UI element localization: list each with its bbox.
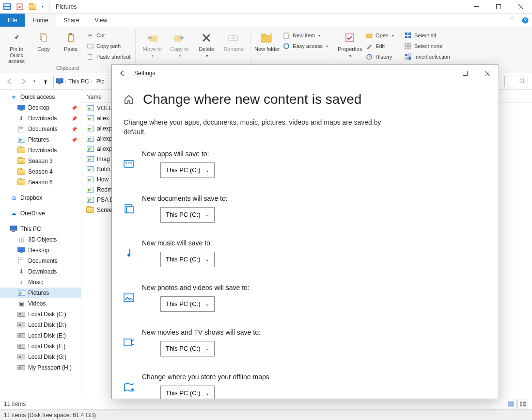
ribbon-collapse[interactable]: ˇ bbox=[505, 14, 518, 27]
sidebar-downloads[interactable]: ⬇Downloads📌 bbox=[0, 113, 81, 124]
image-icon bbox=[86, 125, 94, 132]
qat-dropdown[interactable]: ▾ bbox=[40, 2, 46, 12]
minimize-button[interactable] bbox=[465, 0, 487, 14]
select-none-button[interactable]: Select none bbox=[402, 41, 452, 51]
svg-rect-60 bbox=[520, 404, 522, 406]
sidebar-disk-d[interactable]: Local Disk (D:) bbox=[0, 320, 81, 330]
breadcrumb-pictures[interactable]: Pic bbox=[95, 78, 106, 85]
history-button[interactable]: History bbox=[363, 51, 396, 62]
sidebar-disk-g[interactable]: Local Disk (G:) bbox=[0, 352, 81, 362]
sidebar-pc-downloads[interactable]: ⬇Downloads bbox=[0, 266, 81, 277]
star-icon: ★ bbox=[10, 93, 17, 101]
back-button[interactable] bbox=[4, 76, 16, 87]
sidebar-season3[interactable]: Season 3 bbox=[0, 156, 81, 166]
sidebar-pc-music[interactable]: ♪Music bbox=[0, 277, 81, 288]
sidebar-pictures[interactable]: Pictures📌 bbox=[0, 134, 81, 145]
svg-rect-61 bbox=[523, 404, 526, 406]
invert-selection-button[interactable]: Invert selection bbox=[402, 51, 452, 62]
sidebar-pc-desktop[interactable]: Desktop bbox=[0, 245, 81, 256]
view-large-button[interactable] bbox=[517, 400, 528, 408]
movies-icon bbox=[124, 337, 134, 348]
copy-path-button[interactable]: Copy path bbox=[84, 41, 132, 51]
move-to-button[interactable]: Move to▾ bbox=[139, 29, 166, 58]
svg-rect-41 bbox=[56, 79, 63, 83]
up-button[interactable] bbox=[40, 76, 51, 87]
sidebar-season4[interactable]: Season 4 bbox=[0, 166, 81, 177]
svg-rect-29 bbox=[405, 32, 407, 35]
sidebar-downloads2[interactable]: Downloads bbox=[0, 145, 81, 156]
home-icon[interactable] bbox=[124, 94, 134, 105]
properties-button[interactable]: Properties▾ bbox=[336, 29, 363, 58]
select-all-button[interactable]: Select all bbox=[402, 30, 452, 41]
sidebar-passport[interactable]: My Passport (H:) bbox=[0, 362, 81, 373]
search-box[interactable] bbox=[507, 76, 528, 87]
apps-select[interactable]: This PC (C:)⌄ bbox=[160, 162, 215, 178]
sidebar-disk-f[interactable]: Local Disk (F:) bbox=[0, 341, 81, 352]
copy-icon bbox=[37, 31, 50, 45]
download-icon: ⬇ bbox=[17, 114, 25, 122]
settings-close-button[interactable] bbox=[476, 65, 499, 81]
view-details-button[interactable] bbox=[506, 400, 516, 408]
sidebar-season6[interactable]: Season 6 bbox=[0, 177, 81, 188]
sidebar-dropbox[interactable]: ⧉Dropbox bbox=[0, 193, 81, 203]
music-select[interactable]: This PC (C:)⌄ bbox=[160, 252, 215, 267]
sidebar-pc-videos[interactable]: ▣Videos bbox=[0, 298, 81, 309]
recent-locations-button[interactable]: ▾ bbox=[31, 76, 38, 87]
sidebar-quick-access[interactable]: ★Quick access bbox=[0, 92, 81, 102]
rename-button[interactable]: abRename bbox=[220, 29, 247, 52]
documents-select[interactable]: This PC (C:)⌄ bbox=[160, 207, 215, 223]
delete-button[interactable]: Delete▾ bbox=[193, 29, 220, 58]
sidebar-disk-c[interactable]: Local Disk (C:) bbox=[0, 309, 81, 320]
paste-shortcut-button[interactable]: Paste shortcut bbox=[84, 51, 132, 62]
sidebar-disk-e[interactable]: Local Disk (E:) bbox=[0, 330, 81, 341]
cut-button[interactable]: ✂Cut bbox=[84, 30, 132, 41]
pin-icon: 📌 bbox=[71, 116, 77, 121]
forward-button[interactable] bbox=[17, 76, 29, 87]
document-icon bbox=[17, 125, 25, 133]
tab-share[interactable]: Share bbox=[56, 14, 87, 27]
settings-maximize-button[interactable] bbox=[454, 65, 476, 81]
tab-home[interactable]: Home bbox=[25, 14, 56, 27]
music-icon bbox=[124, 248, 134, 258]
breadcrumb-thispc[interactable]: This PC› bbox=[67, 78, 94, 85]
copy-button[interactable]: Copy bbox=[30, 29, 57, 52]
sidebar-pc-documents[interactable]: Documents bbox=[0, 256, 81, 266]
open-button[interactable]: Open▾ bbox=[363, 30, 396, 41]
sidebar-onedrive[interactable]: ☁OneDrive bbox=[0, 208, 81, 219]
settings-app-title: Settings bbox=[134, 70, 155, 77]
copy-to-button[interactable]: Copy to▾ bbox=[166, 29, 193, 58]
svg-rect-53 bbox=[18, 258, 24, 264]
photos-select[interactable]: This PC (C:)⌄ bbox=[160, 296, 215, 312]
image-icon bbox=[86, 114, 94, 122]
sidebar-desktop[interactable]: Desktop📌 bbox=[0, 102, 81, 113]
copy-path-icon bbox=[86, 42, 94, 50]
sidebar-pc-pictures[interactable]: Pictures bbox=[0, 288, 81, 298]
movies-select[interactable]: This PC (C:)⌄ bbox=[160, 341, 215, 356]
settings-minimize-button[interactable] bbox=[432, 65, 454, 81]
maps-select[interactable]: This PC (C:)⌄ bbox=[160, 386, 215, 399]
new-item-button[interactable]: New item▾ bbox=[281, 30, 330, 41]
pin-to-quick-access-button[interactable]: Pin to Quick access bbox=[3, 29, 30, 65]
tab-view[interactable]: View bbox=[87, 14, 115, 27]
new-folder-button[interactable]: New folder bbox=[253, 29, 281, 52]
close-button[interactable] bbox=[510, 0, 532, 14]
image-icon bbox=[86, 196, 94, 204]
sidebar-3dobjects[interactable]: ◫3D Objects bbox=[0, 234, 81, 245]
sidebar-thispc[interactable]: This PC bbox=[0, 224, 81, 234]
file-name: aliex. bbox=[97, 115, 110, 122]
edit-button[interactable]: Edit bbox=[363, 41, 396, 51]
help-icon[interactable]: ? bbox=[518, 14, 532, 27]
svg-rect-52 bbox=[20, 252, 23, 253]
paste-button[interactable]: Paste bbox=[57, 29, 84, 52]
tab-file[interactable]: File bbox=[0, 14, 25, 27]
sidebar-documents[interactable]: Documents📌 bbox=[0, 124, 81, 134]
apps-icon bbox=[124, 159, 134, 169]
file-name: Redm bbox=[97, 186, 112, 193]
easy-access-button[interactable]: Easy access▾ bbox=[281, 41, 330, 51]
movies-label: New movies and TV shows will save to: bbox=[142, 328, 261, 336]
svg-rect-37 bbox=[405, 54, 407, 56]
qat-properties-icon[interactable] bbox=[15, 2, 25, 12]
settings-back-button[interactable] bbox=[119, 69, 134, 77]
maximize-button[interactable] bbox=[487, 0, 510, 14]
qat-folder-icon[interactable] bbox=[27, 2, 38, 12]
